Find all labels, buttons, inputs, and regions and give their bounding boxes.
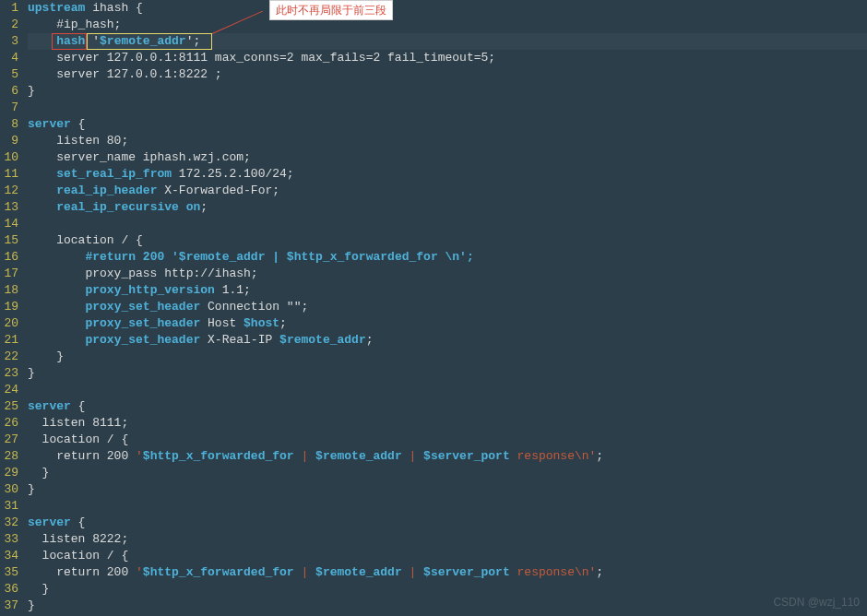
line-number: 22 [4,349,18,365]
keyword: server [28,117,71,131]
code-line: server 127.0.0.1:8111 max_conns=2 max_fa… [28,50,867,66]
code-line: location / { [28,232,867,249]
code-line: server 127.0.0.1:8222 ; [28,66,867,83]
code-line: proxy_pass http://ihash; [28,266,867,282]
line-number: 34 [4,548,18,564]
variable: $remote_addr [279,333,366,347]
line-number: 25 [4,398,18,415]
code-line: return 200 '$http_x_forwarded_for | $rem… [28,564,867,581]
line-number: 18 [4,282,18,299]
code-line: } [28,365,867,382]
watermark: CSDN @wzj_110 [773,594,860,610]
code-line: } [28,581,867,598]
line-number: 23 [4,365,18,382]
line-number: 20 [4,315,18,332]
code-line: listen 8222; [28,531,867,548]
keyword: proxy_http_version [85,283,214,297]
code-line: location / { [28,548,867,564]
line-number: 15 [4,232,18,249]
line-number: 4 [4,50,18,66]
code-line [28,498,867,515]
code-line: proxy_set_header Connection ""; [28,299,867,315]
line-number: 19 [4,299,18,315]
code-line: } [28,465,867,481]
code-line: server { [28,116,867,133]
code-line: proxy_set_header Host $host; [28,315,867,332]
variable: $host [243,316,279,330]
variable: $remote_addr [100,34,186,48]
code-line: server { [28,515,867,531]
line-number: 11 [4,166,18,183]
variable: $remote_addr [315,565,402,579]
keyword: set_real_ip_from [56,167,172,181]
code-line: server { [28,398,867,415]
code-line: listen 8111; [28,415,867,432]
line-number: 37 [4,598,18,614]
code-editor: 1234567891011121314151617181920212223242… [0,0,867,614]
code-line: } [28,349,867,365]
line-number: 24 [4,382,18,398]
line-number: 9 [4,133,18,149]
line-number-gutter: 1234567891011121314151617181920212223242… [0,0,26,614]
line-number: 10 [4,149,18,166]
line-number: 14 [4,216,18,232]
code-line: #return 200 '$remote_addr | $http_x_forw… [28,249,867,266]
code-line [28,216,867,232]
keyword: real_ip_recursive [56,200,179,214]
code-line: server_name iphash.wzj.com; [28,149,867,166]
code-line: proxy_set_header X-Real-IP $remote_addr; [28,332,867,349]
line-number: 3 [4,33,18,50]
code-line: real_ip_recursive on; [28,199,867,216]
variable: $remote_addr [315,449,402,463]
line-number: 17 [4,266,18,282]
line-number: 31 [4,498,18,515]
line-number: 13 [4,199,18,216]
line-number: 16 [4,249,18,266]
variable: $http_x_forwarded_for [143,449,294,463]
line-number: 27 [4,432,18,448]
keyword: upstream [28,1,85,15]
code-line [28,382,867,398]
keyword: server [28,515,71,529]
line-number: 1 [4,0,18,17]
line-number: 26 [4,415,18,432]
line-number: 29 [4,465,18,481]
line-number: 36 [4,581,18,598]
code-area[interactable]: upstream ihash { #ip_hash; hash '$remote… [26,0,867,614]
line-number: 5 [4,66,18,83]
keyword: proxy_set_header [85,316,200,330]
keyword: proxy_set_header [85,300,200,314]
code-line: proxy_http_version 1.1; [28,282,867,299]
line-number: 12 [4,183,18,199]
keyword: proxy_set_header [85,333,200,347]
line-number: 35 [4,564,18,581]
code-line-highlighted: hash '$remote_addr'; [28,33,867,50]
line-number: 28 [4,448,18,465]
code-line: #ip_hash; [28,17,867,33]
line-number: 2 [4,17,18,33]
line-number: 33 [4,531,18,548]
variable: $http_x_forwarded_for [143,565,294,579]
line-number: 32 [4,515,18,531]
code-line: real_ip_header X-Forwarded-For; [28,183,867,199]
code-line: return 200 '$http_x_forwarded_for | $rem… [28,448,867,465]
line-number: 30 [4,481,18,498]
line-number: 6 [4,83,18,100]
variable: $server_port [423,565,510,579]
annotation-callout: 此时不再局限于前三段 [269,0,393,20]
code-line: upstream ihash { [28,0,867,17]
variable: $server_port [423,449,510,463]
code-line: listen 80; [28,133,867,149]
code-line: set_real_ip_from 172.25.2.100/24; [28,166,867,183]
line-number: 21 [4,332,18,349]
line-number: 8 [4,116,18,133]
keyword: real_ip_header [56,184,157,197]
code-line: } [28,598,867,614]
code-line: } [28,83,867,100]
code-line: } [28,481,867,498]
comment: #return 200 '$remote_addr | $http_x_forw… [85,250,473,264]
code-line: location / { [28,432,867,448]
keyword: hash [56,34,85,48]
code-line [28,100,867,116]
keyword: server [28,399,71,413]
